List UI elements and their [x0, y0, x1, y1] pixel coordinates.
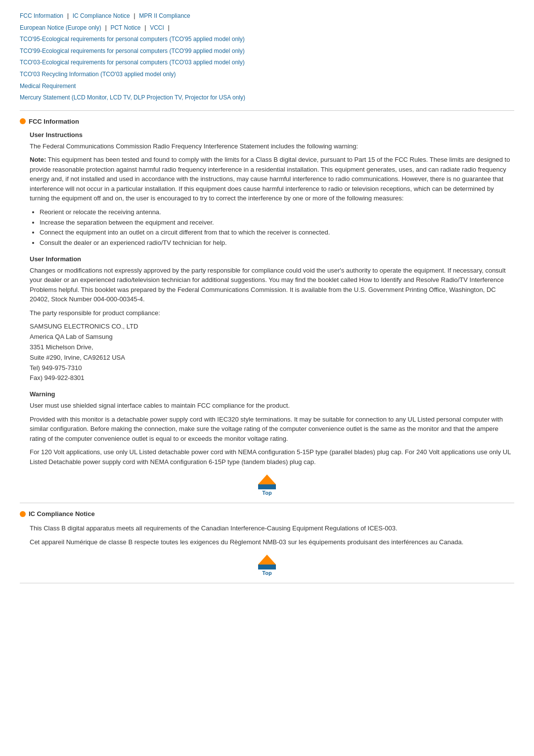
bullet-connect: Connect the equipment into an outlet on … [40, 228, 514, 238]
nav-ic-link[interactable]: IC Compliance Notice [73, 12, 130, 19]
ic-text2: Cet appareil Numérique de classe B respe… [30, 537, 514, 547]
user-instructions-bullets: Reorient or relocate the receiving anten… [40, 207, 514, 248]
user-information-heading: User Information [30, 255, 514, 263]
user-instructions-note: Note: This equipment has been tested and… [30, 155, 514, 203]
ic-top-arrow-icon [258, 555, 276, 565]
fcc-top-button-container: Top [20, 474, 514, 496]
nav-medical-link[interactable]: Medical Requirement [20, 82, 76, 90]
ic-divider [20, 583, 514, 583]
nav-european-link[interactable]: European Notice (Europe only) [20, 24, 101, 31]
nav-mpr-link[interactable]: MPR II Compliance [139, 12, 190, 19]
samsung-address: SAMSUNG ELECTRONICS CO., LTDAmerica QA L… [30, 322, 514, 383]
fcc-orange-bullet [20, 118, 26, 124]
ic-top-button-container: Top [20, 555, 514, 576]
fcc-section-title: FCC Information [20, 118, 514, 125]
nav-fcc-link[interactable]: FCC Information [20, 12, 63, 19]
fcc-section: FCC Information User Instructions The Fe… [20, 118, 514, 496]
nav-tco03-link[interactable]: TCO'03-Ecological requirements for perso… [20, 58, 245, 66]
top-arrow-icon [258, 474, 276, 484]
nav-mercury-link[interactable]: Mercury Statement (LCD Monitor, LCD TV, … [20, 94, 245, 101]
bullet-separation: Increase the separation between the equi… [40, 218, 514, 228]
user-instructions-intro: The Federal Communications Commission Ra… [30, 142, 514, 151]
user-information-text2: The party responsible for product compli… [30, 308, 514, 318]
ic-content: This Class B digital apparatus meets all… [30, 523, 514, 547]
ic-orange-bullet [20, 511, 26, 517]
user-instructions-heading: User Instructions [30, 131, 514, 139]
ic-section-title: IC Compliance Notice [20, 510, 514, 518]
fcc-top-button[interactable]: Top [258, 474, 276, 496]
warning-text3: For 120 Volt applications, use only UL L… [30, 447, 514, 467]
nav-tco03r-link[interactable]: TCO'03 Recycling Information (TCO'03 app… [20, 70, 176, 78]
ic-top-label: Top [262, 570, 271, 576]
warning-heading: Warning [30, 390, 514, 398]
bullet-consult: Consult the dealer or an experienced rad… [40, 238, 514, 248]
warning-text2: Provided with this monitor is a detachab… [30, 415, 514, 444]
ic-section: IC Compliance Notice This Class B digita… [20, 510, 514, 576]
top-divider [20, 110, 514, 111]
fcc-top-label: Top [262, 490, 271, 496]
nav-tco95-link[interactable]: TCO'95-Ecological requirements for perso… [20, 35, 245, 43]
top-base [258, 484, 276, 489]
fcc-user-instructions: User Instructions The Federal Communicat… [30, 131, 514, 248]
ic-text1: This Class B digital apparatus meets all… [30, 523, 514, 533]
warning-text1: User must use shielded signal interface … [30, 401, 514, 411]
nav-pct-link[interactable]: PCT Notice [110, 24, 140, 31]
ic-top-base [258, 565, 276, 569]
nav-vcci-link[interactable]: VCCI [150, 24, 164, 31]
fcc-user-information: User Information Changes or modification… [30, 255, 514, 383]
nav-tco99-link[interactable]: TCO'99-Ecological requirements for perso… [20, 47, 245, 54]
fcc-warning: Warning User must use shielded signal in… [30, 390, 514, 467]
nav-links: FCC Information | IC Compliance Notice |… [20, 10, 514, 103]
fcc-divider [20, 503, 514, 503]
user-information-text1: Changes or modifications not expressly a… [30, 266, 514, 304]
ic-top-button[interactable]: Top [258, 555, 276, 576]
bullet-reorient: Reorient or relocate the receiving anten… [40, 207, 514, 218]
